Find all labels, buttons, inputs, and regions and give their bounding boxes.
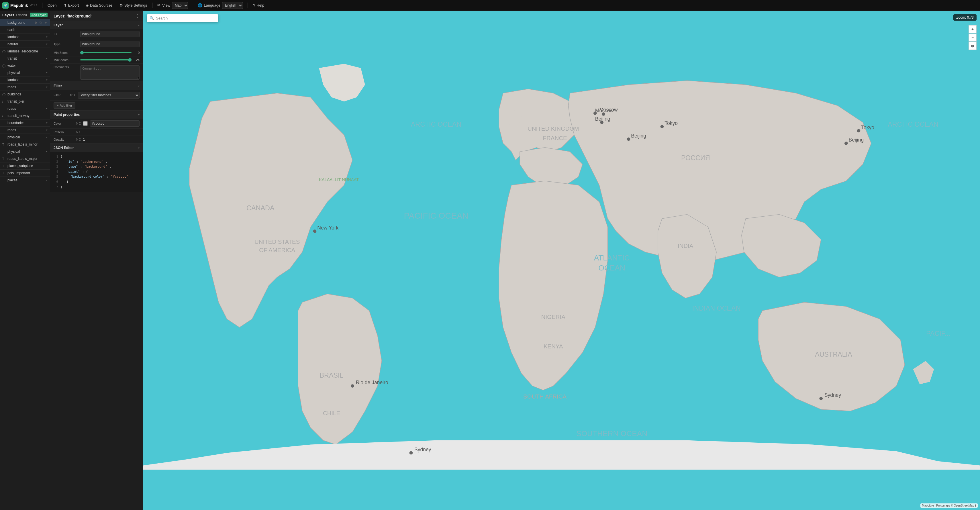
svg-text:РОССИЯ: РОССИЯ xyxy=(681,154,710,162)
svg-text:Tokyo: Tokyo xyxy=(861,125,874,130)
layer-item-natural[interactable]: natural ▾ xyxy=(0,41,50,48)
fx-icon: fx xyxy=(70,94,73,97)
layer-item-buildings[interactable]: ◯ buildings xyxy=(0,91,50,98)
json-line-3: 3 "type": "background", xyxy=(54,164,140,169)
expand-button[interactable]: Expand xyxy=(14,13,29,17)
color-input[interactable] xyxy=(90,120,140,127)
pattern-field-row: Pattern fx Σ xyxy=(50,129,143,136)
id-input[interactable] xyxy=(80,31,140,37)
json-line-7: 7} xyxy=(54,184,140,190)
fx-icon: fx xyxy=(76,122,78,125)
search-input[interactable] xyxy=(156,16,215,20)
svg-text:Beijing: Beijing xyxy=(595,116,610,122)
layer-item-landuse-aerodrome[interactable]: ◯ landuse_aerodrome xyxy=(0,48,50,55)
editor-header: Layer: 'background' ⋮ xyxy=(50,11,143,21)
filter-select[interactable]: every filter matches xyxy=(78,92,140,99)
layer-item-boundaries[interactable]: boundaries ▾ xyxy=(0,119,50,127)
svg-text:OCEAN: OCEAN xyxy=(598,264,625,272)
layer-name: roads_labels_major xyxy=(8,157,48,161)
language-select[interactable]: English xyxy=(222,2,243,9)
duplicate-layer-button[interactable]: ⧉ xyxy=(39,21,42,25)
layer-item-water[interactable]: ◯ water xyxy=(0,62,50,69)
layer-name: natural xyxy=(8,42,45,46)
layer-name: roads xyxy=(8,106,45,111)
layer-name: buildings xyxy=(8,92,48,96)
help-label: Help xyxy=(256,3,264,8)
zoom-out-button[interactable]: − xyxy=(969,33,977,41)
filter-field-row: Filter fx Σ every filter matches xyxy=(50,90,143,100)
style-settings-label: Style Settings xyxy=(124,3,147,8)
color-swatch[interactable] xyxy=(83,121,88,126)
svg-text:OF AMERICA: OF AMERICA xyxy=(259,247,295,253)
layer-section-header[interactable]: Layer ▾ xyxy=(50,21,143,29)
layer-item-background[interactable]: background 🗑 ⧉ 👁 xyxy=(0,19,50,26)
zoom-badge: Zoom: 0.73 xyxy=(953,14,977,21)
id-label: ID xyxy=(54,32,78,36)
min-zoom-slider[interactable] xyxy=(80,52,132,53)
open-button[interactable]: Open xyxy=(45,2,60,9)
fx-icon: fx xyxy=(76,138,78,141)
layer-item-pois-important[interactable]: T pois_important xyxy=(0,170,50,177)
world-map: CANADA UNITED STATES OF AMERICA BRASIL Р… xyxy=(143,11,980,510)
layer-item-transit-railway[interactable]: / transit_railway xyxy=(0,112,50,119)
layer-item-roads-labels-minor[interactable]: T roads_labels_minor xyxy=(0,141,50,148)
chevron-down-icon: ▾ xyxy=(46,35,48,38)
comments-input[interactable] xyxy=(80,65,140,79)
add-layer-button[interactable]: Add Layer xyxy=(30,13,48,17)
type-field-row: Type xyxy=(50,39,143,49)
layer-item-physical3[interactable]: physical ▾ xyxy=(0,148,50,155)
layer-item-physical2[interactable]: physical ▾ xyxy=(0,134,50,141)
layer-item-earth[interactable]: earth xyxy=(0,26,50,33)
svg-text:ATLANTIC: ATLANTIC xyxy=(594,254,630,262)
layer-item-landuse[interactable]: landuse ▾ xyxy=(0,33,50,41)
json-line-4: 4 "paint": { xyxy=(54,169,140,175)
north-reset-button[interactable]: ⊕ xyxy=(969,42,977,50)
svg-point-40 xyxy=(819,397,822,400)
layer-item-roads[interactable]: roads ▾ xyxy=(0,84,50,91)
style-settings-button[interactable]: ⚙ Style Settings xyxy=(117,2,150,9)
svg-point-24 xyxy=(845,141,848,145)
editor-menu-button[interactable]: ⋮ xyxy=(135,13,140,19)
layer-item-places[interactable]: places ▾ xyxy=(0,177,50,184)
chevron-down-icon: ▾ xyxy=(46,57,48,60)
help-icon: ? xyxy=(253,3,255,8)
view-select[interactable]: Map xyxy=(172,2,188,9)
visibility-toggle-button[interactable]: 👁 xyxy=(43,21,48,25)
export-button[interactable]: ⬆ Export xyxy=(61,2,82,9)
line-icon: / xyxy=(2,100,6,103)
layer-item-places-subplace[interactable]: T places_subplace xyxy=(0,162,50,170)
layer-item-transit[interactable]: transit ▾ xyxy=(0,55,50,62)
add-filter-button[interactable]: + Add filter xyxy=(54,102,75,109)
sigma-icon: Σ xyxy=(79,138,81,141)
opacity-expr-icons: fx Σ xyxy=(76,138,81,141)
circle-icon: ◯ xyxy=(2,93,6,96)
svg-text:New York: New York xyxy=(317,225,339,230)
json-section-title: JSON Editor xyxy=(54,146,74,150)
paint-section: Paint properties ▾ Color fx Σ Pattern fx… xyxy=(50,111,143,144)
paint-section-header[interactable]: Paint properties ▾ xyxy=(50,111,143,119)
data-sources-button[interactable]: ◈ Data Sources xyxy=(83,2,116,9)
text-icon: T xyxy=(2,164,6,168)
layer-item-roads2[interactable]: roads ▾ xyxy=(0,105,50,112)
layer-name: physical xyxy=(8,135,45,139)
delete-layer-button[interactable]: 🗑 xyxy=(33,21,38,25)
map-area[interactable]: 🔍 Zoom: 0.73 + − ⊕ xyxy=(143,11,980,510)
json-section-header[interactable]: JSON Editor ▾ xyxy=(50,144,143,152)
layer-item-roads-labels-major[interactable]: T roads_labels_major xyxy=(0,155,50,162)
min-zoom-label: Min Zoom xyxy=(54,51,78,54)
filter-section-header[interactable]: Filter ▾ xyxy=(50,82,143,90)
svg-text:ARCTIC OCEAN: ARCTIC OCEAN xyxy=(411,121,461,128)
help-button[interactable]: ? Help xyxy=(250,2,267,9)
layer-item-transit-pier[interactable]: / transit_pier xyxy=(0,98,50,105)
layer-name: physical xyxy=(8,71,45,75)
type-input[interactable] xyxy=(80,41,140,47)
max-zoom-slider[interactable] xyxy=(80,59,132,60)
svg-text:FRANCE: FRANCE xyxy=(543,135,567,141)
zoom-in-button[interactable]: + xyxy=(969,25,977,33)
layer-name: pois_important xyxy=(8,171,48,175)
json-editor-content[interactable]: 1{ 2 "id": "background", 3 "type": "back… xyxy=(50,152,143,192)
layer-item-physical[interactable]: physical ▾ xyxy=(0,69,50,76)
layer-item-roads3[interactable]: roads ▾ xyxy=(0,127,50,134)
layer-item-landuse2[interactable]: landuse ▾ xyxy=(0,76,50,84)
svg-text:CANADA: CANADA xyxy=(247,204,275,212)
